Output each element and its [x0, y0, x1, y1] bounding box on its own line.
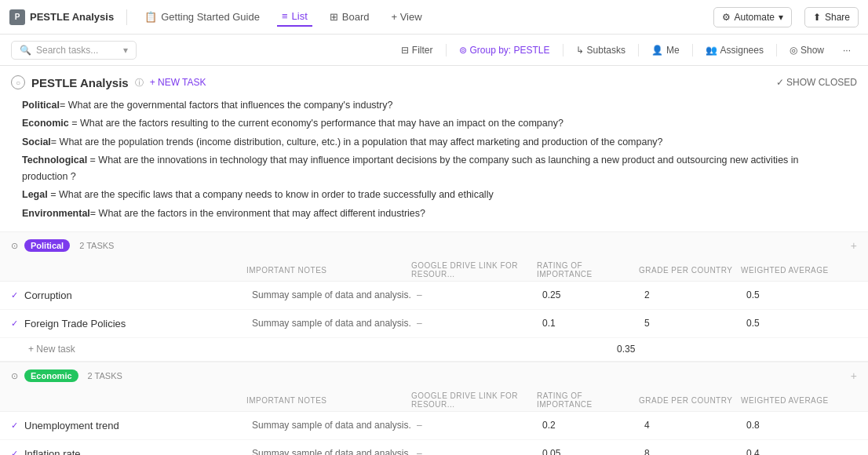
chevron-down-icon: ▾ [779, 12, 783, 23]
check-icon: ✓ [11, 318, 18, 329]
desc-legal-label: Legal [22, 189, 48, 200]
project-header: ○ PESTLE Analysis ⓘ + NEW TASK ✓ SHOW CL… [0, 66, 868, 231]
col-header-drive-e: GOOGLE DRIVE LINK FOR RESOUR... [411, 391, 537, 409]
me-action[interactable]: 👤 Me [645, 42, 686, 59]
desc-env-label: Environmental [22, 208, 90, 219]
task-rating: 0.05 [542, 448, 644, 455]
tab-add-view[interactable]: + View [386, 8, 426, 26]
col-headers-political: IMPORTANT NOTES GOOGLE DRIVE LINK FOR RE… [0, 260, 868, 282]
group-add-political[interactable]: + [851, 239, 857, 252]
political-subtotal: 0.35 [617, 344, 719, 355]
project-info-icon: ⓘ [135, 77, 144, 89]
tab-board[interactable]: ⊞ Board [325, 8, 374, 26]
subtasks-action[interactable]: ↳ Subtasks [570, 42, 632, 59]
show-action[interactable]: ◎ Show [783, 42, 830, 59]
desc-env-text: = What are the factors in the environmen… [90, 208, 425, 219]
col-header-grade: GRADE PER COUNTRY [639, 266, 741, 275]
col-header-notes-e: IMPORTANT NOTES [246, 396, 411, 405]
task-weighted: 0.5 [746, 289, 848, 300]
toolbar-sep5 [776, 44, 777, 56]
toolbar-sep3 [638, 44, 639, 56]
table-row[interactable]: ✓ Inflation rate Summay sample of data a… [0, 440, 868, 455]
app-logo: P PESTLE Analysis [9, 9, 114, 25]
more-action[interactable]: ··· [837, 42, 857, 59]
task-notes: Summay sample of data and analysis. [252, 289, 417, 300]
check-icon: ✓ [11, 449, 18, 455]
desc-social-label: Social [22, 136, 51, 147]
check-icon: ✓ [11, 420, 18, 431]
task-rating: 0.2 [542, 420, 644, 431]
group-add-economic[interactable]: + [851, 369, 857, 382]
task-notes: Summay sample of data and analysis. [252, 420, 417, 431]
table-row[interactable]: ✓ Foreign Trade Policies Summay sample o… [0, 310, 868, 338]
app-title: PESTLE Analysis [30, 11, 114, 23]
filter-action[interactable]: ⊟ Filter [395, 42, 439, 59]
col-header-rating-e: RATING OF IMPORTANCE [537, 391, 639, 409]
group-toggle-political[interactable]: ⊙ [11, 241, 18, 251]
task-weighted: 0.4 [746, 448, 848, 455]
assignees-action[interactable]: 👥 Assignees [699, 42, 770, 59]
me-icon: 👤 [651, 45, 663, 56]
group-economic: ⊙ Economic 2 TASKS + IMPORTANT NOTES GOO… [0, 362, 868, 455]
project-title-row: ○ PESTLE Analysis ⓘ + NEW TASK ✓ SHOW CL… [11, 75, 857, 89]
table-row[interactable]: ✓ Unemployment trend Summay sample of da… [0, 412, 868, 440]
col-header-rating: RATING OF IMPORTANCE [537, 261, 639, 278]
task-drive: – [417, 318, 542, 329]
task-name: Corruption [24, 289, 252, 301]
group-economic-header: ⊙ Economic 2 TASKS + [0, 362, 868, 390]
group-badge-economic: Economic [24, 369, 78, 382]
task-grade: 8 [644, 448, 746, 455]
task-grade: 5 [644, 318, 746, 329]
desc-social-text: = What are the population trends (income… [51, 136, 663, 147]
desc-tech-label: Technological [22, 155, 87, 166]
desc-economic-text: = What are the factors resulting to the … [69, 118, 563, 129]
task-name: Unemployment trend [24, 420, 252, 431]
desc-economic-label: Economic [22, 118, 69, 129]
top-nav: P PESTLE Analysis 📋 Getting Started Guid… [0, 0, 868, 35]
chevron-down-icon: ▾ [123, 45, 128, 56]
doc-icon: 📋 [144, 11, 157, 23]
task-name: Inflation rate [24, 448, 252, 455]
task-weighted: 0.8 [746, 420, 848, 431]
toolbar: 🔍 Search tasks... ▾ ⊟ Filter ⊚ Group by:… [0, 35, 868, 66]
group-action[interactable]: ⊚ Group by: PESTLE [453, 42, 556, 59]
search-icon: 🔍 [20, 45, 31, 56]
share-button[interactable]: ⬆ Share [804, 7, 859, 27]
check-icon: ✓ [11, 290, 18, 300]
new-task-link-political[interactable]: + New task [28, 344, 232, 355]
tab-list[interactable]: ≡ List [277, 7, 312, 27]
group-political-header: ⊙ Political 2 TASKS + [0, 231, 868, 260]
list-icon: ≡ [282, 10, 288, 22]
col-header-grade-e: GRADE PER COUNTRY [639, 396, 741, 405]
tab-getting-started[interactable]: 📋 Getting Started Guide [140, 8, 264, 26]
logo-icon: P [9, 9, 25, 25]
show-closed-button[interactable]: ✓ SHOW CLOSED [776, 77, 857, 88]
group-icon: ⊚ [459, 45, 467, 56]
col-header-weighted: WEIGHTED AVERAGE [741, 266, 843, 275]
toolbar-sep1 [446, 44, 447, 56]
table-row[interactable]: ✓ Corruption Summay sample of data and a… [0, 282, 868, 310]
group-toggle-economic[interactable]: ⊙ [11, 371, 18, 381]
new-task-button[interactable]: + NEW TASK [150, 77, 206, 88]
search-placeholder: Search tasks... [36, 45, 98, 56]
group-political: ⊙ Political 2 TASKS + IMPORTANT NOTES GO… [0, 231, 868, 362]
search-box[interactable]: 🔍 Search tasks... ▾ [11, 41, 137, 60]
task-name: Foreign Trade Policies [24, 318, 252, 329]
assignees-icon: 👥 [706, 45, 717, 56]
col-headers-economic: IMPORTANT NOTES GOOGLE DRIVE LINK FOR RE… [0, 390, 868, 412]
automate-button[interactable]: ⚙ Automate ▾ [713, 7, 792, 27]
project-circle-icon: ○ [11, 75, 25, 89]
group-count-political: 2 TASKS [79, 241, 114, 250]
task-drive: – [417, 420, 542, 431]
toolbar-sep4 [692, 44, 693, 56]
col-header-weighted-e: WEIGHTED AVERAGE [741, 396, 843, 405]
group-badge-political: Political [24, 239, 70, 252]
col-header-drive: GOOGLE DRIVE LINK FOR RESOUR... [411, 261, 537, 278]
project-description: Political= What are the governmental fac… [11, 97, 857, 231]
desc-political-text: = What are the governmental factors that… [60, 100, 393, 111]
subtask-icon: ↳ [576, 45, 584, 56]
desc-tech-text: = What are the innovations in technology… [22, 155, 799, 182]
col-header-notes: IMPORTANT NOTES [246, 266, 411, 275]
main-content: ○ PESTLE Analysis ⓘ + NEW TASK ✓ SHOW CL… [0, 66, 868, 455]
task-grade: 4 [644, 420, 746, 431]
